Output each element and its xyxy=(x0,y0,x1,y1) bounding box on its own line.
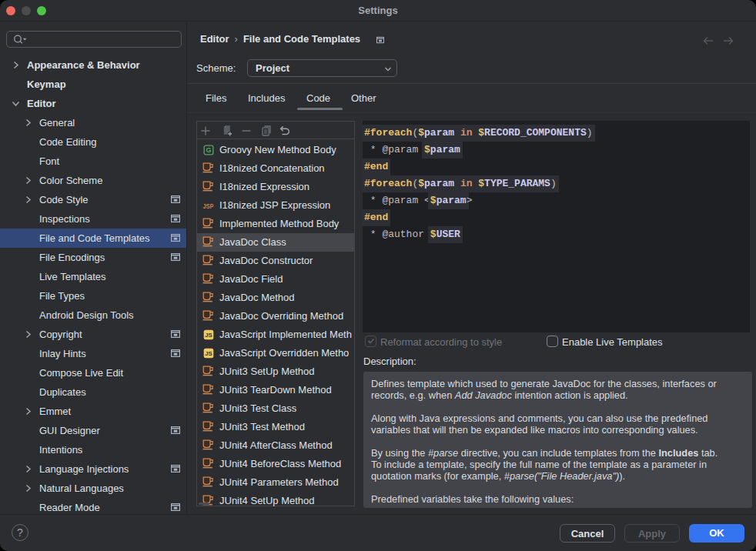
svg-text:G: G xyxy=(206,146,211,154)
svg-text:JSP: JSP xyxy=(203,202,214,210)
svg-text:JS: JS xyxy=(205,350,212,357)
svg-text:JS: JS xyxy=(205,332,212,339)
